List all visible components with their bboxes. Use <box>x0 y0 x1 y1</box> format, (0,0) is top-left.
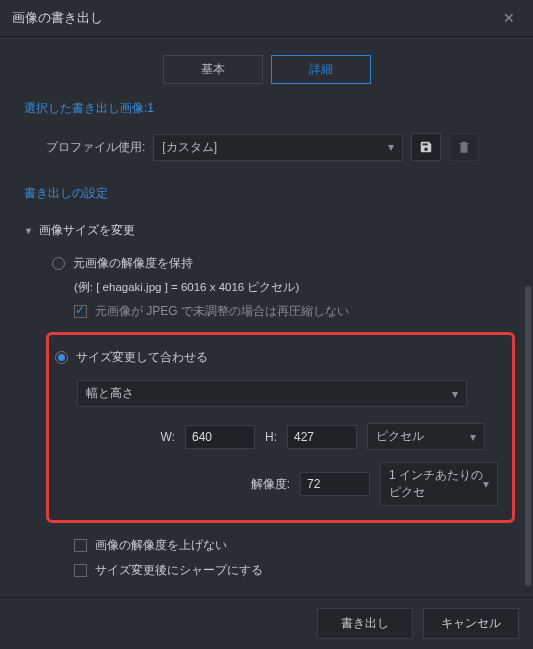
radio-resize-fit[interactable]: サイズ変更して合わせる <box>55 345 498 370</box>
dialog-body: 選択した書き出し画像:1 プロファイル使用: [カスタム] ▾ 書き出しの設定 … <box>0 96 533 616</box>
cancel-button[interactable]: キャンセル <box>423 608 519 639</box>
selected-images-label: 選択した書き出し画像: <box>24 101 147 115</box>
dialog-title: 画像の書き出し <box>12 9 103 27</box>
scrollbar-thumb[interactable] <box>525 286 531 586</box>
group-image-size-header[interactable]: ▼ 画像サイズを変更 <box>24 216 515 245</box>
height-input[interactable] <box>287 425 357 449</box>
group-image-size-title: 画像サイズを変更 <box>39 222 135 239</box>
tab-advanced[interactable]: 詳細 <box>271 55 371 84</box>
radio-keep-original[interactable]: 元画像の解像度を保持 <box>52 251 515 276</box>
group-image-size: ▼ 画像サイズを変更 元画像の解像度を保持 (例: [ ehagaki.jpg … <box>24 216 515 589</box>
resize-mode-value: 幅と高さ <box>86 385 134 402</box>
radio-icon <box>52 257 65 270</box>
profile-label: プロファイル使用: <box>46 139 145 156</box>
profile-select-value: [カスタム] <box>162 139 217 156</box>
selected-images-row: 選択した書き出し画像:1 <box>24 100 515 117</box>
size-unit-select[interactable]: ピクセル ▾ <box>367 423 485 450</box>
save-profile-button[interactable] <box>411 133 441 161</box>
resize-highlight-box: サイズ変更して合わせる 幅と高さ ▾ W: H: ピクセル ▾ <box>46 332 515 523</box>
resolution-row: 解像度: 1 インチあたりのピクセ ▾ <box>55 454 498 506</box>
width-label: W: <box>77 430 175 444</box>
chevron-down-icon: ▾ <box>388 140 394 154</box>
selected-images-count: 1 <box>147 101 154 115</box>
title-bar: 画像の書き出し ✕ <box>0 0 533 37</box>
radio-resize-fit-label: サイズ変更して合わせる <box>76 349 208 366</box>
delete-profile-button <box>449 133 479 161</box>
height-label: H: <box>265 430 277 444</box>
close-icon[interactable]: ✕ <box>497 8 521 28</box>
profile-row: プロファイル使用: [カスタム] ▾ <box>24 129 515 175</box>
width-input[interactable] <box>185 425 255 449</box>
checkbox-icon <box>74 305 87 318</box>
check-no-recompress-label: 元画像が JPEG で未調整の場合は再圧縮しない <box>95 303 349 320</box>
resolution-label: 解像度: <box>251 476 290 493</box>
export-button[interactable]: 書き出し <box>317 608 413 639</box>
check-sharpen[interactable]: サイズ変更後にシャープにする <box>52 558 515 583</box>
check-no-recompress: 元画像が JPEG で未調整の場合は再圧縮しない <box>52 299 515 324</box>
triangle-down-icon: ▼ <box>24 226 33 236</box>
tab-bar: 基本 詳細 <box>0 37 533 96</box>
check-no-upscale-label: 画像の解像度を上げない <box>95 537 227 554</box>
group-image-size-body: 元画像の解像度を保持 (例: [ ehagaki.jpg ] = 6016 x … <box>24 245 515 589</box>
resize-mode-select[interactable]: 幅と高さ ▾ <box>77 380 467 407</box>
scrollbar[interactable] <box>525 286 531 616</box>
check-no-upscale[interactable]: 画像の解像度を上げない <box>52 533 515 558</box>
profile-select[interactable]: [カスタム] ▾ <box>153 134 403 161</box>
resolution-input[interactable] <box>300 472 370 496</box>
tab-basic[interactable]: 基本 <box>163 55 263 84</box>
resolution-unit-select[interactable]: 1 インチあたりのピクセ ▾ <box>380 462 498 506</box>
check-sharpen-label: サイズ変更後にシャープにする <box>95 562 263 579</box>
export-settings-header: 書き出しの設定 <box>24 185 515 202</box>
trash-icon <box>457 140 471 154</box>
checkbox-icon <box>74 564 87 577</box>
dialog-footer: 書き出し キャンセル <box>0 597 533 649</box>
radio-keep-original-label: 元画像の解像度を保持 <box>73 255 193 272</box>
floppy-icon <box>419 140 433 154</box>
chevron-down-icon: ▾ <box>483 477 489 491</box>
chevron-down-icon: ▾ <box>452 387 458 401</box>
checkbox-icon <box>74 539 87 552</box>
size-unit-value: ピクセル <box>376 428 424 445</box>
resolution-unit-value: 1 インチあたりのピクセ <box>389 467 483 501</box>
original-example-text: (例: [ ehagaki.jpg ] = 6016 x 4016 ピクセル) <box>52 276 515 299</box>
radio-icon <box>55 351 68 364</box>
width-height-row: W: H: ピクセル ▾ <box>55 419 498 454</box>
chevron-down-icon: ▾ <box>470 430 476 444</box>
